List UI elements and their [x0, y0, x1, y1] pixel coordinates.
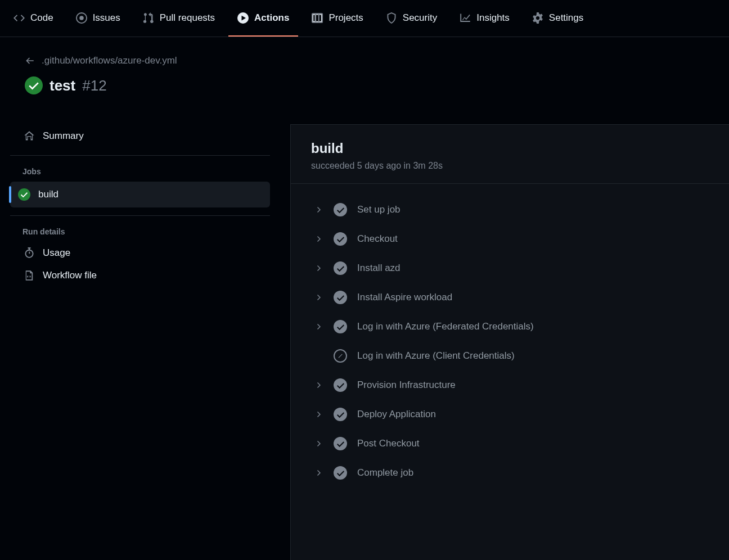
status-success-icon — [334, 203, 347, 216]
status-skipped-icon — [334, 349, 347, 363]
status-success-icon — [334, 232, 347, 246]
job-content: build succeeded 5 days ago in 3m 28s Set… — [290, 124, 729, 560]
arrow-left-icon — [25, 56, 35, 66]
nav-label: Issues — [93, 12, 120, 24]
file-code-icon — [24, 270, 35, 281]
step-row[interactable]: Deploy Application — [304, 400, 716, 429]
step-label: Checkout — [357, 233, 398, 245]
nav-tab-settings[interactable]: Settings — [523, 0, 592, 37]
step-label: Post Checkout — [357, 438, 420, 449]
step-label: Set up job — [357, 204, 400, 215]
status-success-icon — [18, 188, 30, 201]
nav-label: Pull requests — [160, 12, 215, 24]
step-row[interactable]: Complete job — [304, 458, 716, 487]
sidebar-usage[interactable]: Usage — [16, 242, 270, 264]
rundetails-heading: Run details — [22, 227, 270, 236]
nav-tab-projects[interactable]: Projects — [303, 0, 372, 37]
job-status-line: succeeded 5 days ago in 3m 28s — [311, 161, 709, 171]
step-label: Deploy Application — [357, 409, 436, 420]
gear-icon — [532, 12, 543, 24]
sidebar: .github/workflows/azure-dev.yml test #12… — [0, 37, 290, 560]
breadcrumb: .github/workflows/azure-dev.yml — [42, 55, 177, 66]
chevron-right-icon — [314, 468, 323, 477]
code-icon — [14, 12, 25, 24]
step-row[interactable]: Provision Infrastructure — [304, 371, 716, 400]
step-label: Provision Infrastructure — [357, 380, 456, 391]
status-success-icon — [334, 291, 347, 304]
chevron-right-icon — [314, 205, 323, 214]
nav-label: Settings — [549, 12, 583, 24]
job-label: build — [38, 189, 58, 200]
status-success-icon — [334, 466, 347, 480]
play-icon — [237, 12, 249, 24]
nav-label: Projects — [328, 12, 363, 24]
chevron-right-icon — [314, 410, 323, 419]
nav-label: Code — [30, 12, 53, 24]
nav-tab-security[interactable]: Security — [377, 0, 446, 37]
jobs-heading: Jobs — [22, 167, 270, 176]
project-icon — [312, 12, 323, 24]
graph-icon — [460, 12, 471, 24]
step-label: Log in with Azure (Client Credentials) — [357, 350, 515, 362]
sidebar-summary[interactable]: Summary — [16, 125, 270, 147]
run-number: #12 — [82, 77, 106, 94]
chevron-right-icon — [314, 322, 323, 331]
job-title: build — [311, 141, 709, 156]
nav-tab-issues[interactable]: Issues — [67, 0, 129, 37]
step-row[interactable]: Install azd — [304, 254, 716, 283]
repo-nav: Code Issues Pull requests Actions Projec… — [0, 0, 729, 37]
step-row[interactable]: Log in with Azure (Federated Credentials… — [304, 312, 716, 341]
step-label: Complete job — [357, 467, 413, 478]
shield-icon — [386, 12, 397, 24]
run-title-row: test #12 — [25, 76, 270, 94]
nav-tab-actions[interactable]: Actions — [228, 0, 298, 37]
step-row[interactable]: Log in with Azure (Client Credentials) — [304, 341, 716, 371]
step-row[interactable]: Checkout — [304, 224, 716, 254]
nav-label: Actions — [254, 12, 289, 24]
job-item-build[interactable]: build — [10, 182, 270, 207]
divider — [10, 155, 270, 156]
steps-list: Set up job Checkout Install azd Install … — [291, 184, 729, 499]
nav-label: Insights — [476, 12, 510, 24]
step-row[interactable]: Install Aspire workload — [304, 283, 716, 312]
run-name: test — [50, 77, 75, 94]
step-label: Log in with Azure (Federated Credentials… — [357, 321, 534, 332]
nav-tab-code[interactable]: Code — [4, 0, 62, 37]
job-header: build succeeded 5 days ago in 3m 28s — [291, 125, 729, 184]
step-row[interactable]: Set up job — [304, 195, 716, 224]
usage-label: Usage — [43, 247, 70, 259]
stopwatch-icon — [24, 247, 35, 259]
home-icon — [24, 130, 35, 142]
workflow-file-label: Workflow file — [43, 270, 97, 281]
status-success-icon — [334, 408, 347, 421]
nav-tab-pull-requests[interactable]: Pull requests — [134, 0, 224, 37]
status-success-icon — [25, 76, 43, 94]
status-success-icon — [334, 261, 347, 275]
step-label: Install Aspire workload — [357, 292, 452, 303]
chevron-right-icon — [314, 381, 323, 390]
issue-icon — [76, 12, 87, 24]
divider — [10, 215, 270, 216]
status-success-icon — [334, 378, 347, 392]
chevron-right-icon — [314, 293, 323, 302]
nav-label: Security — [403, 12, 437, 24]
nav-tab-insights[interactable]: Insights — [451, 0, 519, 37]
sidebar-workflow-file[interactable]: Workflow file — [16, 264, 270, 287]
step-row[interactable]: Post Checkout — [304, 429, 716, 458]
summary-label: Summary — [43, 130, 84, 142]
pr-icon — [143, 12, 154, 24]
status-success-icon — [334, 320, 347, 333]
step-label: Install azd — [357, 263, 400, 274]
chevron-right-icon — [314, 439, 323, 448]
chevron-right-icon — [314, 264, 323, 273]
status-success-icon — [334, 437, 347, 450]
breadcrumb-row[interactable]: .github/workflows/azure-dev.yml — [25, 55, 270, 66]
chevron-right-icon — [314, 234, 323, 243]
